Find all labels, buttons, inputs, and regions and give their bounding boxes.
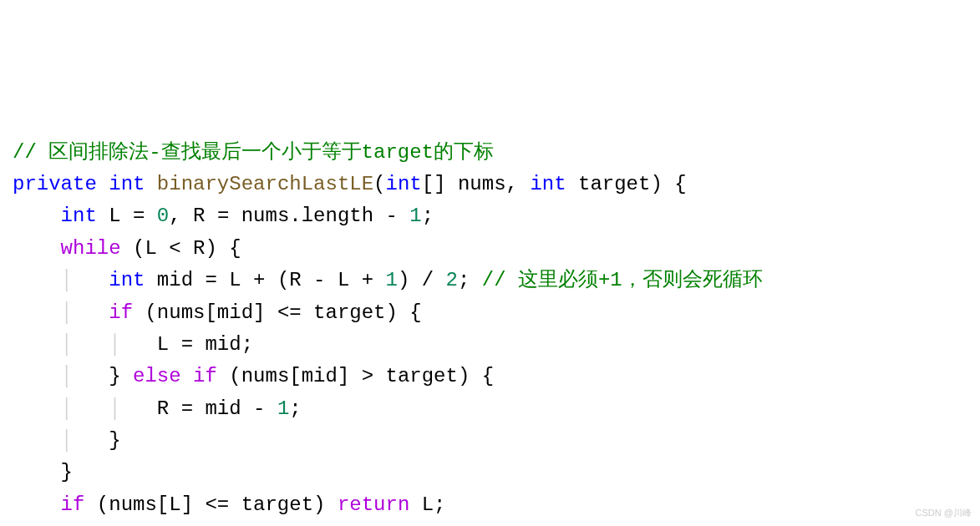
number: 1	[277, 397, 289, 420]
watermark: CSDN @川峰	[916, 506, 972, 521]
val: L;	[409, 493, 445, 516]
indent	[13, 205, 61, 227]
indent	[13, 301, 61, 324]
keyword-return: return	[338, 493, 409, 516]
op: ) /	[398, 269, 446, 291]
param: target	[578, 173, 650, 195]
keyword-while: while	[61, 237, 121, 260]
indent-guide: │	[61, 269, 73, 291]
comma: ,	[169, 205, 193, 227]
brackets: []	[422, 173, 446, 195]
indent-guide: │	[61, 301, 73, 324]
stmt: R = mid -	[157, 397, 277, 420]
indent	[13, 493, 61, 516]
type-int: int	[386, 173, 422, 195]
sp	[73, 301, 109, 324]
sp	[73, 397, 109, 420]
indent	[13, 397, 61, 420]
condition: (L < R) {	[121, 237, 241, 260]
type-int: int	[61, 205, 97, 227]
sp	[181, 365, 193, 387]
sp	[121, 397, 157, 420]
indent-guide: │	[109, 333, 120, 356]
brace: }	[109, 429, 120, 452]
indent-guide: │	[61, 365, 73, 387]
brace: {	[663, 173, 687, 195]
condition: (nums[mid] > target) {	[217, 365, 494, 387]
indent	[13, 461, 61, 483]
paren: )	[650, 173, 662, 195]
var: L	[109, 205, 120, 227]
keyword-if: if	[193, 365, 217, 387]
code-block: // 区间排除法-查找最后一个小于等于target的下标 private int…	[13, 137, 967, 526]
indent	[13, 429, 61, 452]
brace: }	[109, 365, 133, 387]
keyword-else: else	[133, 365, 181, 387]
op: -	[373, 205, 409, 227]
number: 0	[157, 205, 169, 227]
code-comment: // 区间排除法-查找最后一个小于等于target的下标	[13, 141, 494, 164]
paren: (	[373, 173, 385, 195]
var: R	[193, 205, 205, 227]
indent	[13, 333, 61, 356]
method-name: binarySearchLastLE	[157, 173, 373, 195]
indent-guide: │	[61, 397, 73, 420]
number: 1	[409, 205, 421, 227]
code-comment: // 这里必须+1，否则会死循环	[482, 269, 763, 291]
indent	[13, 365, 61, 387]
sp	[73, 333, 109, 356]
sp	[73, 269, 109, 291]
indent-guide: │	[109, 397, 120, 420]
type-int: int	[530, 173, 566, 195]
semi: ;	[422, 205, 434, 227]
stmt: L = mid;	[157, 333, 253, 356]
semi: ;	[289, 397, 301, 420]
eq: =	[205, 205, 241, 227]
keyword-if: if	[109, 301, 133, 324]
keyword-private: private	[13, 173, 97, 195]
semi: ;	[458, 269, 482, 291]
indent	[13, 237, 61, 260]
property: length	[302, 205, 373, 227]
type-int: int	[109, 269, 145, 291]
indent-guide: │	[61, 333, 73, 356]
keyword-if: if	[61, 493, 85, 516]
sp	[73, 429, 109, 452]
var: nums	[241, 205, 290, 227]
sp	[73, 365, 109, 387]
number: 2	[446, 269, 458, 291]
stmt: mid = L + (R - L +	[145, 269, 385, 291]
indent	[13, 269, 61, 291]
condition: (nums[L] <= target)	[84, 493, 337, 516]
type-int: int	[109, 173, 145, 195]
dot: .	[289, 205, 301, 227]
comma: ,	[506, 173, 518, 195]
eq: =	[121, 205, 157, 227]
condition: (nums[mid] <= target) {	[133, 301, 422, 324]
indent-guide: │	[61, 429, 73, 452]
param: nums	[458, 173, 506, 195]
sp	[121, 333, 157, 356]
number: 1	[386, 269, 398, 291]
brace: }	[61, 461, 73, 483]
